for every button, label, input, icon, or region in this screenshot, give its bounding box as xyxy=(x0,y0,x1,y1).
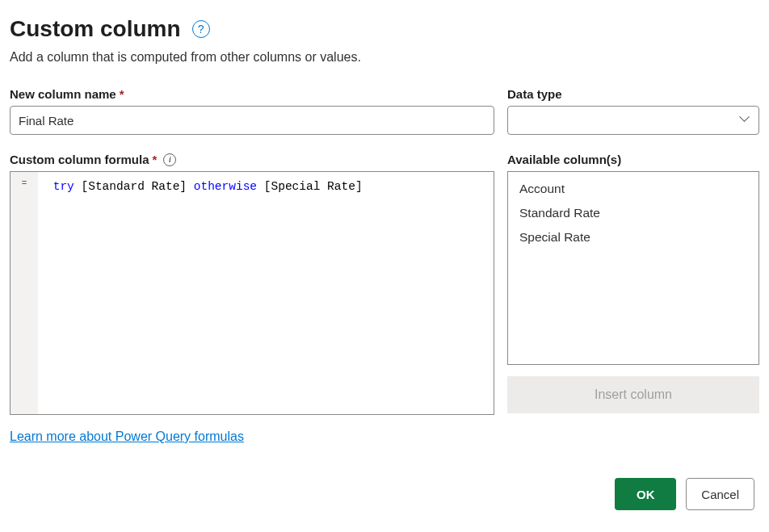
formula-editor[interactable]: = try [Standard Rate] otherwise [Special… xyxy=(10,171,494,415)
data-type-select[interactable] xyxy=(507,106,759,135)
data-type-label: Data type xyxy=(507,87,759,101)
available-columns-list[interactable]: AccountStandard RateSpecial Rate xyxy=(507,171,759,365)
learn-more-link[interactable]: Learn more about Power Query formulas xyxy=(10,429,244,444)
ok-button[interactable]: OK xyxy=(615,478,676,510)
list-item[interactable]: Special Rate xyxy=(508,225,758,249)
cancel-button[interactable]: Cancel xyxy=(686,478,754,510)
list-item[interactable]: Standard Rate xyxy=(508,201,758,225)
required-asterisk-icon: * xyxy=(120,87,124,101)
page-title: Custom column xyxy=(10,16,181,42)
formula-label: Custom column formula * i xyxy=(10,153,494,166)
formula-input[interactable]: try [Standard Rate] otherwise [Special R… xyxy=(38,172,494,414)
help-icon[interactable]: ? xyxy=(192,20,210,38)
required-asterisk-icon: * xyxy=(153,153,158,166)
chevron-down-icon xyxy=(741,115,750,125)
column-name-label: New column name * xyxy=(10,87,494,101)
available-columns-label: Available column(s) xyxy=(507,153,759,166)
info-icon[interactable]: i xyxy=(163,153,176,166)
column-name-input[interactable] xyxy=(10,106,494,135)
page-subtitle: Add a column that is computed from other… xyxy=(10,50,759,65)
insert-column-button[interactable]: Insert column xyxy=(507,376,759,413)
list-item[interactable]: Account xyxy=(508,177,758,201)
formula-gutter: = xyxy=(11,172,38,414)
